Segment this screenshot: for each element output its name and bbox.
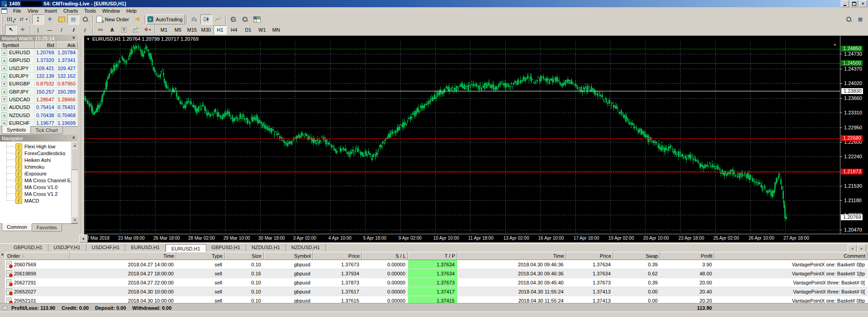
text-label-tool-button[interactable]: T	[118, 25, 130, 35]
navigator-tab-favorites[interactable]: Favorites	[32, 224, 62, 232]
navigator-item-ma-cross-v1-2[interactable]: ƒMA Cross V1.2	[0, 190, 78, 197]
market-watch-tab-tick-chart[interactable]: Tick Chart	[30, 127, 63, 134]
strategy-tester-button[interactable]	[79, 14, 91, 24]
market-watch-row-usdcad[interactable]: ▼USDCAD1.286471.28666	[0, 96, 78, 104]
orders-column-swap[interactable]: Swap	[613, 252, 660, 260]
toolbar-grip[interactable]	[1, 16, 3, 23]
zoom-in-button[interactable]: +	[228, 14, 239, 24]
timeframe-m15[interactable]: M15	[185, 25, 199, 34]
tab-scroll-left-icon[interactable]: ◄	[848, 245, 857, 252]
navigator-item-ichimoku[interactable]: ƒIchimoku	[0, 163, 78, 170]
data-window-button[interactable]: ✛	[44, 14, 56, 24]
chart-tab-eurusd-h1[interactable]: EURUSD,H1	[125, 244, 166, 252]
profiles-button[interactable]: ⇄▾	[17, 14, 28, 24]
close-button[interactable]: ×	[859, 0, 867, 7]
vertical-line-tool-button[interactable]: |	[32, 25, 44, 35]
market-watch-row-nzdusd[interactable]: ▲NZDUSD0.704380.70468	[0, 111, 78, 119]
chart-shift-marker-icon[interactable]: ▼	[833, 43, 837, 47]
market-watch-row-eurusd[interactable]: ▲EURUSD1.207691.20784	[0, 49, 78, 57]
candlestick-chart[interactable]	[84, 42, 840, 234]
order-row-20607569[interactable]: 206075692018.04.27 14:00:00sell0.10gbpus…	[5, 260, 868, 269]
orders-column-symbol[interactable]: Symbol	[264, 252, 313, 260]
menu-item-insert[interactable]: Insert	[41, 8, 60, 14]
toolbar-grip[interactable]	[1, 26, 3, 33]
chart-tab-gbpusd-h1[interactable]: GBPUSD,H1	[8, 244, 48, 252]
chart-tab-usdchf-h1[interactable]: USDCHF,H1	[86, 244, 126, 252]
navigator-toggle-button[interactable]	[56, 14, 67, 24]
menu-item-help[interactable]: Help	[123, 8, 140, 14]
text-tool-button[interactable]: A	[106, 25, 118, 35]
arrow-objects-button[interactable]: ✥▾	[142, 25, 153, 35]
menu-item-tools[interactable]: Tools	[81, 8, 99, 14]
orders-column-type[interactable]: Type	[176, 252, 225, 260]
orders-column-order[interactable]: Order△	[5, 252, 70, 260]
shapes-tool-button[interactable]: ▭	[95, 25, 106, 35]
order-row-20627291[interactable]: 206272912018.04.27 22:00:00sell0.10gbpus…	[5, 278, 868, 287]
zoom-out-button[interactable]: −	[239, 14, 251, 24]
orders-column-price[interactable]: Price	[566, 252, 613, 260]
menu-item-view[interactable]: View	[24, 8, 42, 14]
new-order-button[interactable]: +New Order	[95, 14, 131, 24]
orders-column-size[interactable]: Size	[225, 252, 264, 260]
market-watch-column-symbol[interactable]: Symbol	[0, 42, 35, 49]
channel-tool-button[interactable]: //	[67, 25, 79, 35]
fibonacci-tool-button[interactable]: ƒ	[79, 25, 91, 35]
orders-column-time[interactable]: Time	[70, 252, 176, 260]
menu-item-window[interactable]: Window	[99, 8, 123, 14]
market-watch-row-eurjpy[interactable]: ▲EURJPY132.139132.162	[0, 72, 78, 80]
timeframe-mn[interactable]: MN	[270, 25, 283, 34]
market-watch-toggle-button[interactable]: ▲▼	[32, 14, 44, 24]
market-watch-row-gbpjpy[interactable]: ▲GBPJPY150.257150.289	[0, 88, 78, 95]
market-watch-row-eurchf[interactable]: ▲EURCHF1.196771.19699	[0, 119, 78, 126]
alerts-button[interactable]	[131, 14, 143, 24]
panel-splitter[interactable]	[78, 35, 84, 243]
orders-column-tp[interactable]: T / P	[408, 252, 457, 260]
time-axis[interactable]: 22 Mar 201823 Mar 09:0026 Mar 18:0028 Ma…	[84, 234, 868, 243]
tab-scroll-right-icon[interactable]: ►	[857, 245, 866, 252]
menu-item-charts[interactable]: Charts	[60, 8, 81, 14]
market-watch-row-usdjpy[interactable]: ▲USDJPY109.421109.427	[0, 65, 78, 72]
navigator-item-forexcandlesticks[interactable]: ƒForexCandlesticks	[0, 150, 78, 156]
navigator-item-ma-cross-v1-0[interactable]: ƒMA Cross V1.0	[0, 184, 78, 190]
order-row-20652027[interactable]: 206520272018.04.30 10:00:00sell0.10gbpus…	[5, 287, 868, 296]
navigator-item-ma-cross-channel-ea-v1[interactable]: ƒMA Cross Channel EA V1	[0, 177, 78, 184]
navigator-item-iexposure[interactable]: ƒiExposure	[0, 170, 78, 177]
chart-tab-gbpusd-h1[interactable]: GBPUSD,H1	[206, 244, 247, 252]
autotrading-button[interactable]: AutoTrading	[147, 14, 185, 24]
timeframe-m30[interactable]: M30	[199, 25, 213, 34]
timeframe-h4[interactable]: H4	[228, 25, 241, 34]
menu-item-file[interactable]: File	[10, 8, 24, 14]
cursor-tool-button[interactable]: ↖	[5, 25, 17, 35]
scroll-down-icon[interactable]: ▼	[71, 216, 78, 223]
bar-chart-mode-button[interactable]	[189, 14, 200, 24]
timeframe-w1[interactable]: W1	[256, 25, 269, 34]
chart-window-icon[interactable]	[1, 8, 7, 14]
navigator-item-flexi-high-low[interactable]: ƒFlexi High low	[0, 143, 78, 150]
orders-column-sl[interactable]: S / L	[362, 252, 408, 260]
terminal-toggle-button[interactable]: ▤	[67, 14, 79, 24]
orders-column-time[interactable]: Time	[457, 252, 566, 260]
orders-column-profit[interactable]: Profit	[660, 252, 715, 260]
search-button[interactable]	[843, 14, 854, 24]
chart-tab-nzdusd-h1[interactable]: NZDUSD,H1	[246, 244, 286, 252]
line-chart-mode-button[interactable]	[212, 14, 224, 24]
market-watch-row-eurgbp[interactable]: ▼EURGBP0.879320.87950	[0, 80, 78, 88]
horizontal-line-tool-button[interactable]: —	[44, 25, 56, 35]
indicators-button[interactable]	[130, 25, 142, 35]
maximize-button[interactable]	[850, 0, 858, 7]
chart-tab-nzdusd-h1[interactable]: NZDUSD,H1	[286, 244, 326, 252]
orders-column-price[interactable]: Price	[313, 252, 362, 260]
minimize-button[interactable]	[841, 0, 849, 7]
crosshair-tool-button[interactable]: ✛	[17, 25, 28, 35]
timeframe-d1[interactable]: D1	[242, 25, 255, 34]
order-row-20619899[interactable]: 206198992018.04.27 18:00:00sell0.16gbpus…	[5, 269, 868, 278]
toolbar-options-button[interactable]: ▦	[854, 14, 866, 24]
market-watch-column-bid[interactable]: Bid	[35, 42, 56, 49]
market-watch-tab-symbols[interactable]: Symbols	[2, 126, 31, 134]
navigator-item-macd[interactable]: ƒMACD	[0, 197, 78, 204]
chart-window[interactable]: ▼ EURUSD,H1 1.20764 1.20799 1.20717 1.20…	[84, 36, 868, 242]
market-watch-row-audusd[interactable]: ▲AUDUSD0.754140.75431	[0, 104, 78, 111]
navigator-item-heiken-ashi[interactable]: ƒHeiken Ashi	[0, 156, 78, 163]
tile-windows-button[interactable]	[251, 14, 263, 24]
scrollbar-thumb[interactable]	[71, 148, 78, 170]
